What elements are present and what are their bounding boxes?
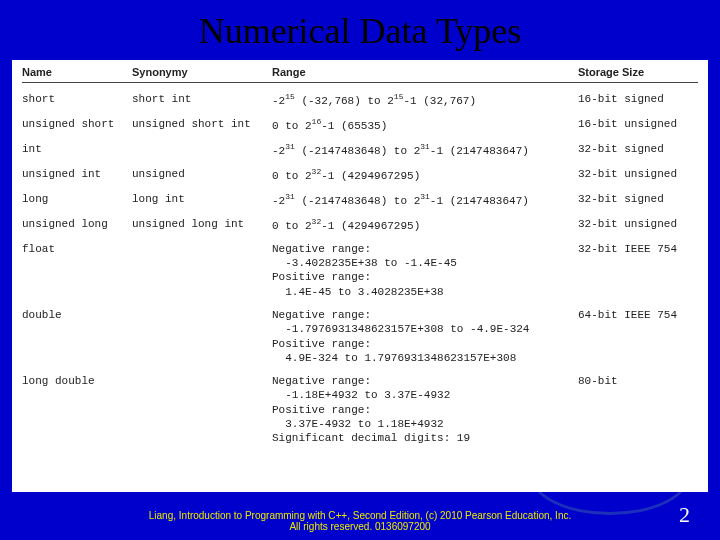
footer-citation: Liang, Introduction to Programming with … [0, 510, 720, 532]
slide-title: Numerical Data Types [0, 0, 720, 60]
header-synonymy: Synonymy [132, 66, 272, 78]
cell-name: unsigned short [22, 117, 132, 131]
table-container: Name Synonymy Range Storage Size shortsh… [12, 60, 708, 492]
table-row: shortshort int-215 (-32,768) to 215-1 (3… [22, 89, 698, 114]
cell-name: unsigned long [22, 217, 132, 231]
cell-name: long double [22, 374, 132, 388]
table-row: longlong int-231 (-2147483648) to 231-1 … [22, 189, 698, 214]
cell-range: 0 to 232-1 (4294967295) [272, 167, 578, 183]
cell-name: int [22, 142, 132, 156]
cell-range: 0 to 232-1 (4294967295) [272, 217, 578, 233]
cell-synonymy: unsigned short int [132, 117, 272, 131]
cell-range: 0 to 216-1 (65535) [272, 117, 578, 133]
cell-storage: 80-bit [578, 374, 698, 388]
cell-synonymy: long int [132, 192, 272, 206]
cell-name: double [22, 308, 132, 322]
cell-name: short [22, 92, 132, 106]
table-row: unsigned longunsigned long int0 to 232-1… [22, 214, 698, 239]
table-row: doubleNegative range: -1.797693134862315… [22, 305, 698, 371]
cell-range: Negative range: -1.18E+4932 to 3.37E-493… [272, 374, 578, 445]
table-body: shortshort int-215 (-32,768) to 215-1 (3… [22, 89, 698, 452]
cell-storage: 16-bit unsigned [578, 117, 698, 131]
cell-range: -231 (-2147483648) to 231-1 (2147483647) [272, 192, 578, 208]
table-row: unsigned intunsigned0 to 232-1 (42949672… [22, 164, 698, 189]
cell-range: -231 (-2147483648) to 231-1 (2147483647) [272, 142, 578, 158]
cell-synonymy: unsigned long int [132, 217, 272, 231]
cell-storage: 16-bit signed [578, 92, 698, 106]
cell-range: -215 (-32,768) to 215-1 (32,767) [272, 92, 578, 108]
cell-name: float [22, 242, 132, 256]
cell-storage: 32-bit unsigned [578, 217, 698, 231]
header-storage: Storage Size [578, 66, 698, 78]
cell-synonymy: short int [132, 92, 272, 106]
cell-range: Negative range: -3.4028235E+38 to -1.4E-… [272, 242, 578, 299]
cell-storage: 64-bit IEEE 754 [578, 308, 698, 322]
table-row: unsigned shortunsigned short int0 to 216… [22, 114, 698, 139]
cell-storage: 32-bit IEEE 754 [578, 242, 698, 256]
cell-range: Negative range: -1.7976931348623157E+308… [272, 308, 578, 365]
table-header-row: Name Synonymy Range Storage Size [22, 66, 698, 83]
cell-synonymy: unsigned [132, 167, 272, 181]
table-row: floatNegative range: -3.4028235E+38 to -… [22, 239, 698, 305]
page-number: 2 [679, 502, 690, 528]
footer-line2: All rights reserved. 0136097200 [0, 521, 720, 532]
table-row: long doubleNegative range: -1.18E+4932 t… [22, 371, 698, 451]
header-name: Name [22, 66, 132, 78]
cell-name: long [22, 192, 132, 206]
table-row: int-231 (-2147483648) to 231-1 (21474836… [22, 139, 698, 164]
cell-storage: 32-bit signed [578, 142, 698, 156]
cell-storage: 32-bit unsigned [578, 167, 698, 181]
header-range: Range [272, 66, 578, 78]
cell-name: unsigned int [22, 167, 132, 181]
cell-storage: 32-bit signed [578, 192, 698, 206]
footer-line1: Liang, Introduction to Programming with … [149, 510, 571, 521]
